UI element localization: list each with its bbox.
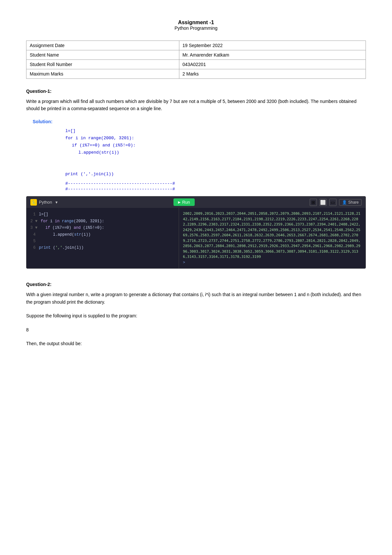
code-line-5: 5 xyxy=(30,238,175,244)
ide-body: 1 l=[] 2 ▼ for i in range(2000, 3201): 3… xyxy=(26,208,366,268)
info-label: Assignment Date xyxy=(26,41,179,50)
assignment-subtitle: Python Programming xyxy=(26,25,366,31)
question2-title: Question-2: xyxy=(26,282,366,287)
ide-header-right: ⊞ ⬜ ▭ 👤 Share xyxy=(310,199,362,206)
question1-text: Write a program which will find all such… xyxy=(26,98,366,112)
run-button[interactable]: Run xyxy=(173,198,195,206)
share-icon: 👤 xyxy=(342,200,347,205)
ide-output-panel: 2002,2009,2016,2023,2037,2044,2051,2058,… xyxy=(179,208,366,268)
ide-header: 🐍 Python ▼ Run ⊞ ⬜ ▭ 👤 Share xyxy=(26,196,366,208)
output-text: 2002,2009,2016,2023,2037,2044,2051,2058,… xyxy=(183,211,362,260)
ide-dropdown-icon[interactable]: ▼ xyxy=(55,200,58,204)
divider2: #---------------------------------------… xyxy=(65,187,366,192)
info-value: 19 September 2022 xyxy=(179,41,366,50)
info-value: Mr. Amarender Katkam xyxy=(179,50,366,60)
ide-header-center: Run xyxy=(173,198,195,206)
info-table: Assignment Date19 September 2022Student … xyxy=(26,41,366,79)
python-logo-icon: 🐍 xyxy=(30,199,37,206)
ide-container: 🐍 Python ▼ Run ⊞ ⬜ ▭ 👤 Share 1 xyxy=(26,196,366,269)
info-label: Student Roll Number xyxy=(26,60,179,69)
question1-title: Question-1: xyxy=(26,89,366,94)
code-line-4: 4 l.append(str(i)) xyxy=(30,231,175,238)
question2-block: Question-2: With a given integral number… xyxy=(26,282,366,347)
info-value: 043A02201 xyxy=(179,60,366,69)
output-prompt: > xyxy=(183,260,362,265)
assignment-title: Assignment -1 xyxy=(26,20,366,25)
page-header: Assignment -1 Python Programming xyxy=(26,20,366,31)
settings-icon[interactable]: ▭ xyxy=(329,199,336,206)
code-line-6: 6 print (','.join(l)) xyxy=(30,244,175,251)
ide-header-left: 🐍 Python ▼ xyxy=(30,199,58,206)
copy-icon[interactable]: ⊞ xyxy=(310,199,317,206)
info-label: Student Name xyxy=(26,50,179,60)
share-label: Share xyxy=(348,200,359,205)
code-line-2: 2 ▼ for i in range(2000, 3201): xyxy=(30,218,175,225)
ide-code-panel[interactable]: 1 l=[] 2 ▼ for i in range(2000, 3201): 3… xyxy=(26,208,179,268)
solution-label: Solution: xyxy=(33,119,366,124)
code-line-3: 3 ▼ if (i%7==0) and (i%5!=0): xyxy=(30,225,175,231)
expand-icon[interactable]: ⬜ xyxy=(319,199,327,206)
info-label: Maximum Marks xyxy=(26,69,179,79)
question2-text: With a given integral number n, write a … xyxy=(26,291,366,306)
code-block-q1: l=[] for i in range(2000, 3201): if (i%7… xyxy=(65,127,366,178)
question1-block: Question-1: Write a program which will f… xyxy=(26,89,366,269)
ide-lang-label: Python xyxy=(39,200,52,205)
suppose-text: Suppose the following input is supplied … xyxy=(26,312,366,319)
then-text: Then, the output should be: xyxy=(26,340,366,347)
info-value: 2 Marks xyxy=(179,69,366,79)
input-value: 8 xyxy=(26,326,366,333)
divider1: #---------------------------------------… xyxy=(65,181,366,186)
share-button[interactable]: 👤 Share xyxy=(339,199,362,206)
code-line-1: 1 l=[] xyxy=(30,211,175,218)
